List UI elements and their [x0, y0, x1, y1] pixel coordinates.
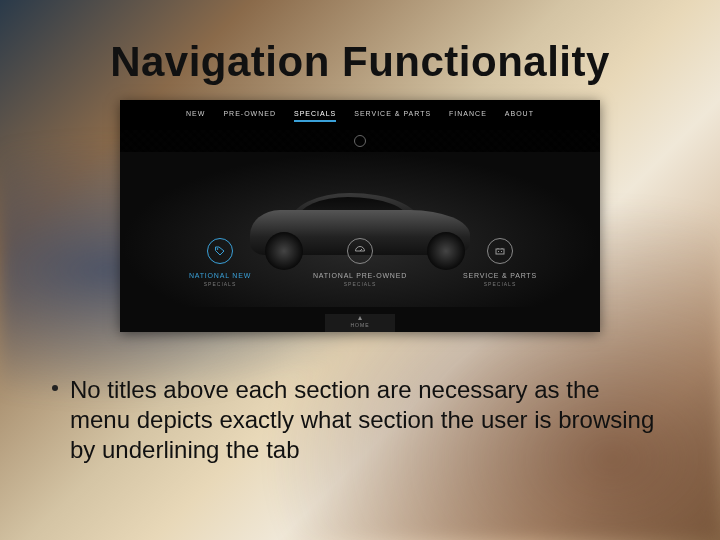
- card-subtitle: SPECIALS: [290, 281, 430, 287]
- battery-icon: [487, 238, 513, 264]
- brand-logo-icon: [354, 135, 366, 147]
- hero-area: NATIONAL NEW SPECIALS NATIONAL PRE-OWNED…: [120, 152, 600, 307]
- nav-item-service[interactable]: SERVICE & PARTS: [354, 110, 431, 122]
- card-national-preowned[interactable]: NATIONAL PRE-OWNED SPECIALS: [290, 238, 430, 287]
- embedded-screenshot: NEW PRE-OWNED SPECIALS SERVICE & PARTS F…: [120, 100, 600, 332]
- card-national-new[interactable]: NATIONAL NEW SPECIALS: [150, 238, 290, 287]
- svg-point-0: [217, 249, 218, 250]
- card-service-parts[interactable]: SERVICE & PARTS SPECIALS: [430, 238, 570, 287]
- card-subtitle: SPECIALS: [430, 281, 570, 287]
- top-nav: NEW PRE-OWNED SPECIALS SERVICE & PARTS F…: [120, 100, 600, 130]
- promo-cards: NATIONAL NEW SPECIALS NATIONAL PRE-OWNED…: [120, 238, 600, 287]
- mesh-bar: [120, 130, 600, 152]
- card-title: NATIONAL PRE-OWNED: [290, 272, 430, 279]
- speedometer-icon: [347, 238, 373, 264]
- nav-item-specials[interactable]: SPECIALS: [294, 110, 336, 122]
- svg-rect-1: [496, 249, 504, 254]
- bullet-point: No titles above each section are necessa…: [70, 375, 660, 465]
- bullet-text: No titles above each section are necessa…: [70, 376, 654, 463]
- card-title: NATIONAL NEW: [150, 272, 290, 279]
- nav-item-about[interactable]: ABOUT: [505, 110, 534, 122]
- bullet-icon: [52, 385, 58, 391]
- nav-item-preowned[interactable]: PRE-OWNED: [223, 110, 276, 122]
- card-subtitle: SPECIALS: [150, 281, 290, 287]
- nav-item-finance[interactable]: FINANCE: [449, 110, 487, 122]
- nav-item-new[interactable]: NEW: [186, 110, 205, 122]
- home-label: HOME: [325, 322, 395, 328]
- tag-icon: [207, 238, 233, 264]
- chevron-up-icon: ▴: [325, 314, 395, 322]
- slide-title: Navigation Functionality: [0, 38, 720, 86]
- slide: Navigation Functionality NEW PRE-OWNED S…: [0, 0, 720, 540]
- card-title: SERVICE & PARTS: [430, 272, 570, 279]
- home-tab[interactable]: ▴ HOME: [325, 314, 395, 332]
